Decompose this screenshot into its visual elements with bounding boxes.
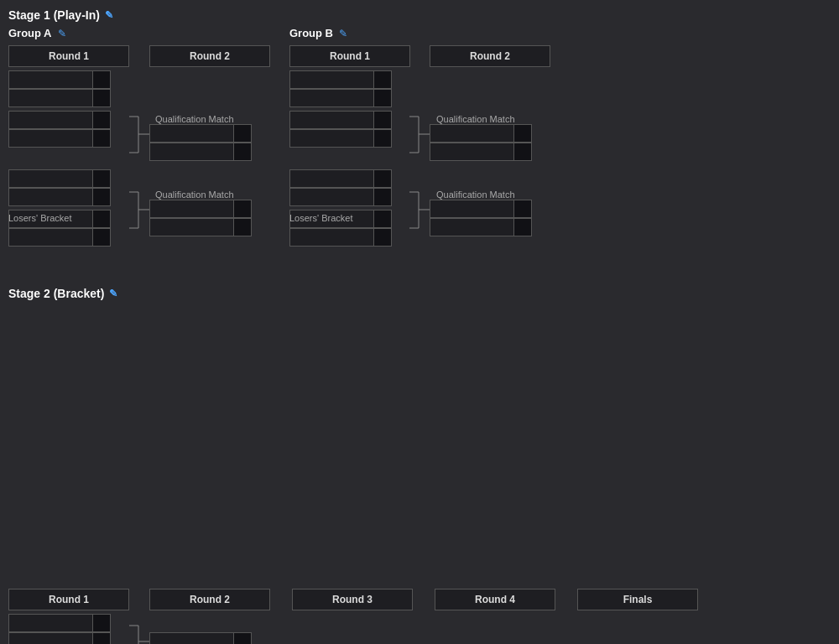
s2-r2-header: Round 2	[149, 589, 270, 610]
group-b-r2-match1	[430, 124, 532, 161]
stage1-connectors-svg	[8, 27, 831, 270]
group-b-losers-label: Losers' Bracket	[289, 213, 352, 223]
group-a-round1-header: Round 1	[8, 45, 129, 67]
group-a-edit-icon[interactable]: ✎	[58, 28, 66, 39]
group-b-qual2-label: Qualification Match	[436, 190, 515, 200]
stage2-edit-icon[interactable]: ✎	[109, 288, 117, 299]
stage2-area: Stage 2 (Bracket) ✎	[8, 287, 831, 644]
s2-r4-header: Round 4	[435, 589, 555, 610]
group-a-round2-header: Round 2	[149, 45, 270, 67]
s2-r2-m1	[8, 632, 111, 644]
stage1-bracket-wrapper: Group A ✎ Round 1 Losers' Bracket Round …	[8, 27, 831, 270]
group-a-qual2-label: Qualification Match	[155, 190, 234, 200]
group-a-r1-match3	[8, 169, 111, 206]
group-a-r1-match2	[8, 111, 111, 148]
s2-r3-header: Round 3	[292, 589, 413, 610]
s2-finals-header: Finals	[577, 589, 698, 610]
stage2-bracket-wrapper: Round 1 Round 2 Round 3 Round 4 Finals	[8, 305, 831, 644]
group-a-r2-match1	[149, 124, 252, 161]
s2-r2-m1b	[149, 632, 252, 644]
stage1-title-text: Stage 1 (Play-In)	[8, 8, 100, 22]
group-b-edit-icon[interactable]: ✎	[339, 28, 347, 39]
group-a-losers-label: Losers' Bracket	[8, 213, 71, 223]
stage1-title: Stage 1 (Play-In) ✎	[8, 8, 831, 22]
stage2-title: Stage 2 (Bracket) ✎	[8, 287, 831, 300]
group-a-qual1-label: Qualification Match	[155, 114, 234, 124]
group-b-r1-match2	[289, 111, 392, 148]
group-a-r1-match1	[8, 70, 111, 107]
s2-r1-header: Round 1	[8, 589, 129, 610]
stage2-title-text: Stage 2 (Bracket)	[8, 287, 104, 300]
group-b-round2-header: Round 2	[430, 45, 550, 67]
group-b-r1-match3	[289, 169, 392, 206]
group-b-label: Group B ✎	[289, 27, 347, 39]
group-b-qual1-label: Qualification Match	[436, 114, 515, 124]
group-b-r2-match2	[430, 200, 532, 236]
stage2-connectors-svg	[8, 305, 831, 644]
group-a-r2-match2	[149, 200, 252, 236]
stage1-edit-icon[interactable]: ✎	[105, 9, 113, 21]
stage1-area: Stage 1 (Play-In) ✎	[8, 8, 831, 270]
group-b-r1-match1	[289, 70, 392, 107]
group-a-label: Group A ✎	[8, 27, 66, 39]
group-b-round1-header: Round 1	[289, 45, 410, 67]
